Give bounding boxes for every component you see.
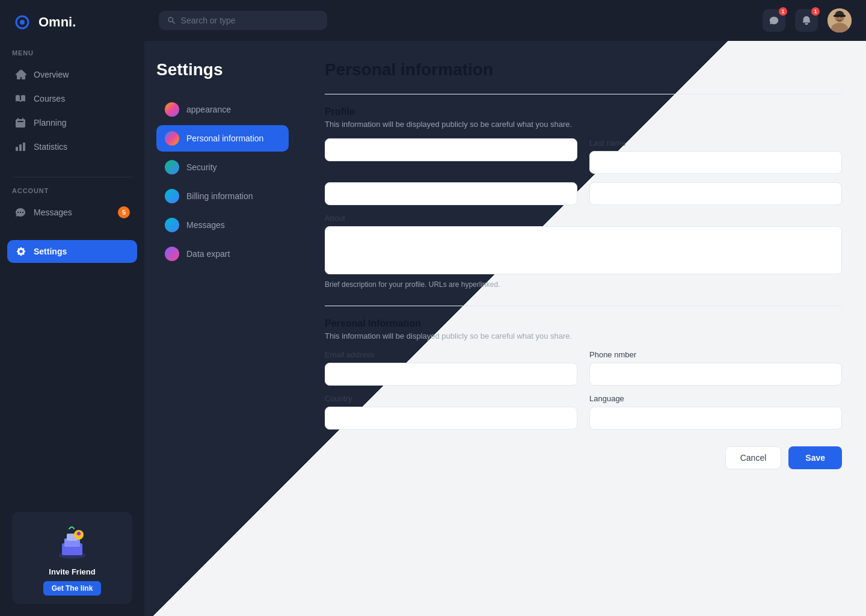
settings-menu-item-security[interactable]: Security	[156, 154, 289, 180]
invite-illustration	[51, 520, 93, 562]
messages-dot	[165, 218, 179, 232]
profile-section-title: Profile	[325, 106, 842, 117]
appearance-dot	[165, 102, 179, 117]
country-label: Country	[325, 394, 577, 403]
about-hint: Brief description for your profile. URLs…	[325, 280, 842, 289]
search-icon	[167, 16, 176, 25]
main-wrapper: 1 1	[144, 0, 866, 616]
username-group	[325, 182, 577, 205]
phone-group: Phone nmber	[589, 350, 842, 386]
email-phone-row: Email address Phone nmber	[325, 350, 842, 386]
settings-button[interactable]: Settings	[7, 240, 137, 263]
language-input[interactable]	[589, 407, 842, 430]
sidebar-item-label: Planning	[34, 118, 67, 128]
messages-badge: 5	[118, 206, 130, 218]
sidebar-divider	[12, 177, 132, 177]
last-name-input[interactable]	[589, 151, 842, 174]
settings-icon	[16, 246, 26, 257]
sidebar-item-statistics[interactable]: Statistics	[7, 135, 137, 159]
calendar-icon	[14, 117, 26, 129]
profile-section-desc: This information will be displayed publi…	[325, 120, 842, 129]
name-row: Last name	[325, 138, 842, 174]
first-name-input[interactable]	[325, 138, 577, 161]
settings-menu-item-messages[interactable]: Messages	[156, 212, 289, 238]
personal-section-desc: This information will be displayed publi…	[325, 331, 842, 340]
invite-card: Invite Friend Get The link	[12, 512, 132, 604]
logo-icon	[12, 12, 32, 32]
cancel-button[interactable]: Cancel	[725, 446, 782, 469]
search-input[interactable]	[181, 16, 319, 25]
settings-menu-label: appearance	[186, 105, 231, 114]
sidebar-item-messages[interactable]: Messages 5	[7, 200, 137, 224]
settings-panel: Settings appearance Personal information…	[144, 41, 301, 616]
book-icon	[14, 93, 26, 105]
header-right: 1 1	[763, 8, 852, 32]
form-panel: Personal information Profile This inform…	[301, 41, 866, 616]
account-nav: Messages 5	[0, 200, 144, 224]
save-button[interactable]: Save	[788, 446, 842, 469]
about-textarea[interactable]	[325, 226, 842, 274]
invite-link-button[interactable]: Get The link	[43, 581, 102, 596]
bell-icon	[801, 15, 812, 26]
form-top-divider	[325, 94, 842, 94]
phone-input[interactable]	[589, 363, 842, 386]
sidebar-item-label: Overview	[34, 70, 69, 79]
settings-menu-item-appearance[interactable]: appearance	[156, 96, 289, 123]
invite-title: Invite Friend	[20, 567, 124, 576]
menu-section-label: Menu	[0, 49, 144, 63]
notifications-icon-btn[interactable]: 1	[795, 9, 818, 32]
account-section-label: Account	[0, 187, 144, 200]
country-group: Country	[325, 394, 577, 430]
settings-menu-item-data[interactable]: Data expart	[156, 241, 289, 267]
username-display-input[interactable]	[589, 182, 842, 205]
main-nav: Overview Courses Planning Statistics	[0, 63, 144, 159]
sidebar-item-overview[interactable]: Overview	[7, 63, 137, 87]
settings-btn-label: Settings	[34, 247, 67, 256]
user-avatar[interactable]	[828, 8, 852, 32]
app-name: Omni.	[38, 14, 76, 30]
settings-menu: appearance Personal information Security…	[156, 96, 289, 267]
personal-section: Personal Information This information wi…	[325, 318, 842, 430]
logo[interactable]: Omni.	[0, 12, 144, 49]
first-name-group	[325, 138, 577, 174]
sidebar-item-courses[interactable]: Courses	[7, 87, 137, 111]
sidebar-item-label: Courses	[34, 94, 65, 103]
sidebar-item-planning[interactable]: Planning	[7, 111, 137, 135]
sidebar-item-label: Statistics	[34, 142, 67, 152]
data-dot	[165, 247, 179, 261]
section-divider	[325, 306, 842, 306]
about-label: About	[325, 214, 842, 223]
settings-menu-label: Data expart	[186, 249, 230, 259]
home-icon	[14, 69, 26, 81]
form-actions: Cancel Save	[325, 446, 842, 469]
billing-dot	[165, 189, 179, 203]
messages-icon-btn[interactable]: 1	[763, 9, 785, 32]
settings-menu-label: Security	[186, 162, 217, 172]
phone-label: Phone nmber	[589, 350, 842, 359]
username-display-group	[589, 182, 842, 205]
personal-dot	[165, 131, 179, 146]
svg-rect-14	[834, 15, 846, 17]
language-label: Language	[589, 394, 842, 403]
about-group: About Brief description for your profile…	[325, 214, 842, 289]
invite-card-wrapper: Invite Friend Get The link	[0, 502, 144, 604]
personal-section-title: Personal Information	[325, 318, 842, 329]
about-row: About Brief description for your profile…	[325, 214, 842, 289]
settings-menu-item-billing[interactable]: Billing information	[156, 183, 289, 209]
country-language-row: Country Language	[325, 394, 842, 430]
country-input[interactable]	[325, 407, 577, 430]
last-name-group: Last name	[589, 138, 842, 174]
settings-menu-label: Billing information	[186, 191, 253, 201]
search-bar[interactable]	[159, 11, 327, 30]
settings-menu-item-personal[interactable]: Personal information	[156, 125, 289, 152]
notifications-badge: 1	[811, 7, 820, 16]
email-group: Email address	[325, 350, 577, 386]
language-group: Language	[589, 394, 842, 430]
settings-title: Settings	[156, 60, 289, 79]
svg-point-2	[20, 20, 25, 25]
sidebar: Omni. Menu Overview Courses Planning Sta…	[0, 0, 144, 616]
email-input[interactable]	[325, 363, 577, 386]
email-label: Email address	[325, 350, 577, 359]
username-input[interactable]	[325, 182, 577, 205]
messages-label: Messages	[34, 208, 72, 217]
